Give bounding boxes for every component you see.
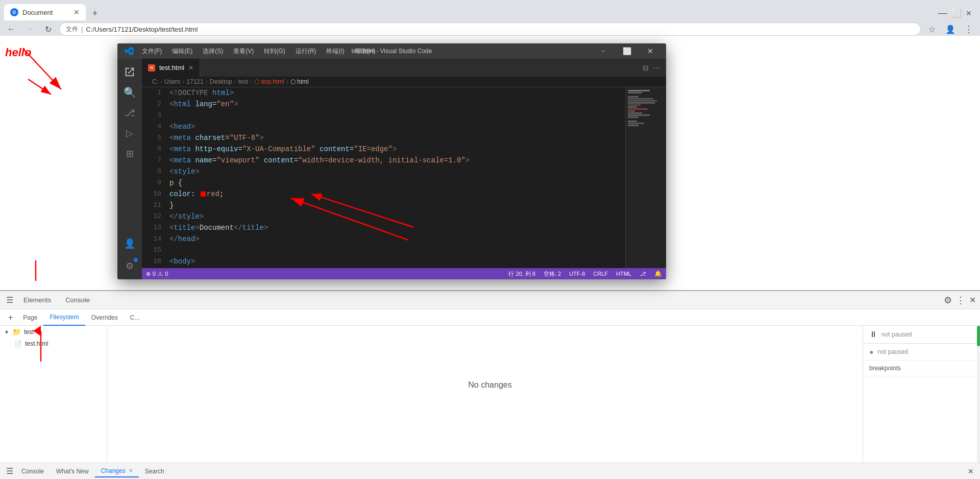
pause-label-2: not paused bbox=[877, 348, 908, 355]
activity-search-icon[interactable]: 🔍 bbox=[120, 83, 139, 102]
breadcrumb-sep5: › bbox=[250, 78, 252, 85]
pause-icon[interactable]: ⏸ bbox=[869, 330, 877, 339]
menu-view[interactable]: 查看(V) bbox=[228, 45, 259, 58]
bottom-tab-console[interactable]: Console bbox=[15, 466, 50, 477]
minimize-icon[interactable]: — bbox=[938, 8, 947, 18]
menu-file[interactable]: 文件(F) bbox=[137, 45, 167, 58]
more-actions-icon[interactable]: ⋯ bbox=[653, 64, 660, 72]
breadcrumb-sep1: › bbox=[160, 78, 162, 85]
status-encoding[interactable]: UTF-8 bbox=[569, 271, 585, 277]
menu-run[interactable]: 运行(R) bbox=[290, 45, 322, 58]
code-line-1: <!DOCTYPE html> bbox=[169, 87, 625, 99]
menu-icon[interactable]: ⋮ bbox=[962, 22, 976, 36]
tab-actions: ⊟ ⋯ bbox=[643, 64, 666, 72]
address-separator: | bbox=[81, 26, 83, 33]
maximize-icon[interactable]: ⬜ bbox=[951, 8, 962, 18]
devtools-close-icon[interactable]: ✕ bbox=[969, 295, 976, 305]
vscode-titlebar: 文件(F) 编辑(E) 选择(S) 查看(V) 转到(G) 运行(R) 终端(I… bbox=[117, 43, 666, 59]
forward-button[interactable]: → bbox=[22, 22, 37, 36]
devtools-subtab-c[interactable]: C... bbox=[124, 309, 146, 326]
vscode-statusbar: ⊗ 0 ⚠ 0 行 20, 列 8 空格: 2 UTF-8 CRLF HTML … bbox=[142, 268, 666, 279]
vscode-breadcrumb: C: › Users › 17121 › Desktop › test › ⬡ … bbox=[142, 77, 666, 87]
devtools-settings-icon[interactable]: ⚙ bbox=[944, 295, 952, 306]
scroll-bar[interactable] bbox=[977, 326, 980, 463]
back-button[interactable]: ← bbox=[4, 22, 18, 36]
new-tab-button[interactable]: + bbox=[88, 6, 102, 20]
vscode-minimize-button[interactable]: － bbox=[592, 43, 615, 59]
code-line-5: <meta charset="UTF-8"> bbox=[169, 132, 625, 143]
activity-source-control-icon[interactable]: ⎇ bbox=[120, 104, 139, 122]
devtools-topbar: ☰ Elements Console ⚙ ⋮ ✕ bbox=[0, 291, 980, 309]
status-language[interactable]: HTML bbox=[616, 271, 631, 277]
status-spaces[interactable]: 空格: 2 bbox=[544, 270, 561, 278]
breadcrumb-users: Users bbox=[164, 78, 180, 85]
breadcrumb-test: test bbox=[238, 78, 248, 85]
active-tab[interactable]: D Document ✕ bbox=[4, 4, 86, 20]
devtools-subtabs: + Page Filesystem Overrides C... bbox=[0, 309, 980, 326]
status-line-ending[interactable]: CRLF bbox=[593, 271, 608, 277]
page-area: hello 文件(F) 编辑(E bbox=[0, 36, 980, 479]
bottom-tab-changes[interactable]: Changes ✕ bbox=[95, 465, 139, 477]
bookmark-icon[interactable]: ☆ bbox=[925, 22, 939, 36]
code-line-11: } bbox=[169, 200, 625, 211]
no-changes-message: No changes bbox=[468, 380, 511, 390]
devtools-tab-console[interactable]: Console bbox=[59, 291, 96, 309]
vscode-tab-bar: H test.html ✕ ⊟ ⋯ bbox=[142, 59, 666, 77]
bottom-tab-whats-new[interactable]: What's New bbox=[50, 466, 95, 477]
reload-button[interactable]: ↻ bbox=[41, 22, 55, 36]
vscode-editor-area: H test.html ✕ ⊟ ⋯ C: › Users › 17121 bbox=[142, 59, 666, 279]
bottom-tab-search[interactable]: Search bbox=[139, 466, 170, 477]
code-line-16: <body> bbox=[169, 256, 625, 267]
tab-close-icon[interactable]: ✕ bbox=[188, 64, 193, 71]
code-line-12: </style> bbox=[169, 211, 625, 222]
status-errors[interactable]: ⊗ 0 ⚠ 0 bbox=[146, 271, 168, 277]
devtools-filesystem-sidebar: ▼ 📁 test 📄 test.html bbox=[0, 326, 107, 463]
fs-file-testhtml[interactable]: 📄 test.html bbox=[0, 338, 107, 349]
devtools-subtab-filesystem[interactable]: Filesystem bbox=[43, 309, 85, 326]
activity-settings-icon[interactable]: ⚙ bbox=[120, 257, 139, 275]
code-line-15 bbox=[169, 245, 625, 256]
menu-edit[interactable]: 编辑(E) bbox=[167, 45, 198, 58]
activity-account-icon[interactable]: 👤 bbox=[120, 234, 139, 253]
fs-folder-test[interactable]: ▼ 📁 test bbox=[0, 326, 107, 338]
devtools-hamburger-icon[interactable]: ☰ bbox=[4, 293, 15, 307]
activity-debug-icon[interactable]: ▷ bbox=[120, 124, 139, 142]
nav-bar: ← → ↻ 文件 | C:/Users/17121/Desktop/test/t… bbox=[0, 20, 980, 38]
vscode-body: 🔍 ⎇ ▷ ⊞ 👤 ⚙ H test.html ✕ bbox=[117, 59, 666, 279]
menu-goto[interactable]: 转到(G) bbox=[259, 45, 290, 58]
hello-text: hello bbox=[5, 46, 31, 59]
code-content[interactable]: <!DOCTYPE html> <html lang="en"> <head> … bbox=[167, 87, 625, 268]
scroll-thumb[interactable] bbox=[977, 326, 980, 346]
devtools-subtab-page[interactable]: Page bbox=[17, 309, 43, 326]
changes-tab-label: Changes bbox=[101, 467, 126, 474]
close-icon[interactable]: ✕ bbox=[966, 9, 972, 17]
profile-icon[interactable]: 👤 bbox=[943, 22, 958, 36]
devtools-tab-elements[interactable]: Elements bbox=[17, 291, 57, 309]
menu-terminal[interactable]: 终端(I) bbox=[321, 45, 349, 58]
activity-extensions-icon[interactable]: ⊞ bbox=[120, 145, 139, 163]
devtools-panel: ☰ Elements Console ⚙ ⋮ ✕ + Page Filesyst… bbox=[0, 290, 980, 479]
menu-select[interactable]: 选择(S) bbox=[198, 45, 228, 58]
devtools-add-button[interactable]: + bbox=[4, 311, 17, 324]
changes-tab-close[interactable]: ✕ bbox=[129, 468, 133, 473]
bottom-tab-menu-icon[interactable]: ☰ bbox=[4, 464, 15, 478]
vscode-close-button[interactable]: ✕ bbox=[639, 43, 662, 59]
tab-close-icon[interactable]: ✕ bbox=[74, 8, 80, 16]
devtools-more-icon[interactable]: ⋮ bbox=[956, 295, 965, 306]
address-path: C:/Users/17121/Desktop/test/test.html bbox=[86, 26, 198, 33]
code-line-2: <html lang="en"> bbox=[169, 99, 625, 110]
status-line-col[interactable]: 行 20, 列 8 bbox=[508, 270, 535, 278]
status-bell-icon[interactable]: 🔔 bbox=[654, 270, 662, 277]
activity-explorer-icon[interactable] bbox=[120, 63, 139, 81]
tab-filename: test.html bbox=[159, 64, 184, 71]
code-line-14: </head> bbox=[169, 233, 625, 245]
tab-favicon: D bbox=[10, 8, 18, 16]
vscode-maximize-button[interactable]: ⬜ bbox=[615, 43, 639, 59]
folder-name: test bbox=[24, 328, 34, 336]
devtools-subtab-overrides[interactable]: Overrides bbox=[85, 309, 124, 326]
bottom-close-button[interactable]: ✕ bbox=[966, 465, 976, 477]
split-editor-icon[interactable]: ⊟ bbox=[643, 64, 649, 72]
vscode-tab-active[interactable]: H test.html ✕ bbox=[142, 59, 200, 77]
vscode-win-controls: － ⬜ ✕ bbox=[592, 43, 662, 59]
address-bar[interactable]: 文件 | C:/Users/17121/Desktop/test/test.ht… bbox=[59, 22, 921, 36]
